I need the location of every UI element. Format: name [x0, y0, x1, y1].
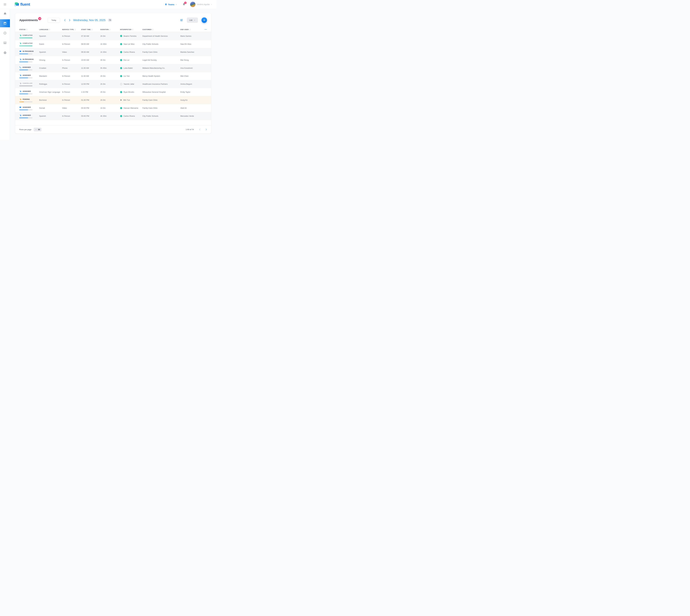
teams-selector[interactable]: Teams	[165, 3, 177, 6]
language-cell: Burmese	[39, 99, 62, 101]
rows-per-page-dropdown[interactable]: 50	[34, 128, 41, 131]
column-header-status[interactable]: STATUS	[19, 28, 39, 30]
sidebar-item-home[interactable]	[0, 9, 10, 18]
status-cell: COMPLETED	[19, 42, 39, 46]
column-header-service_type[interactable]: SERVICE TYPE	[62, 28, 81, 30]
language-cell: Somali	[39, 107, 62, 109]
menu-icon[interactable]	[0, 3, 10, 5]
start-time-cell: 08:00 AM	[81, 43, 100, 45]
duration-cell: 2h 0m	[100, 99, 120, 101]
status-label: ASSIGNED	[23, 74, 31, 76]
service-type-cell: Video	[62, 107, 81, 109]
interpreter-cell: Beatriz Ferreira	[120, 35, 142, 37]
column-label: STATUS	[19, 29, 25, 30]
status-label: PENDING	[23, 98, 30, 100]
teams-label: Teams	[168, 3, 174, 6]
sidebar-item-contacts[interactable]	[0, 39, 10, 47]
customer-cell: Milwaukee General Hospital	[142, 91, 180, 93]
table-row[interactable]: ASSIGNEDCroatianPhone11:30 AM0h 45mLuka …	[15, 64, 211, 72]
table-row[interactable]: COMPLETEDSpanishIn Person07:30 AM2h 0mBe…	[15, 32, 211, 40]
interpreter-cell: Min Tun	[120, 99, 142, 101]
service-type-cell: Phone	[62, 67, 81, 69]
language-cell: Rohingya	[39, 83, 62, 85]
table-row[interactable]: COMPLETEDKarenIn Person08:00 AM1h 30mSaw…	[15, 40, 211, 48]
table-row[interactable]: PENDINGBurmeseIn Person01:30 PM2h 0mMin …	[15, 96, 211, 104]
notifications-button[interactable]: 3	[183, 3, 186, 6]
view-mode-dropdown[interactable]: List	[187, 18, 198, 23]
next-page-button[interactable]	[206, 129, 207, 131]
column-header-duration[interactable]: DURATION	[100, 28, 120, 30]
table-row[interactable]: IN PROGRESSHmongIn Person10:00 AM3h 0mKi…	[15, 56, 211, 64]
table-row[interactable]: ASSIGNEDMandarinIn Person11:30 AM2h 0mLi…	[15, 72, 211, 80]
sidebar-item-settings[interactable]	[0, 49, 10, 57]
contact-badge-icon	[3, 41, 7, 45]
interpreter-name: Luka Babić	[124, 67, 133, 69]
table-row[interactable]: ASSIGNEDSpanishIn Person03:45 PM4h 30mCa…	[15, 112, 211, 120]
column-header-end_user[interactable]: END USER	[180, 28, 203, 30]
person-add-icon	[19, 90, 22, 92]
person-add-icon	[19, 42, 22, 44]
avatar[interactable]	[190, 2, 195, 7]
end-user-cell: Mariela Sanchez	[180, 51, 203, 53]
date-count-badge: 74	[108, 18, 112, 22]
rows-per-page: Rows per page 50	[19, 128, 42, 131]
previous-page-button[interactable]	[199, 129, 201, 131]
card-header-actions: List	[180, 17, 207, 23]
duration-cell: 1h 0m	[100, 107, 120, 109]
duration-cell: 4h 30m	[100, 115, 120, 117]
table-row[interactable]: ASSIGNEDAmerican Sign LanguageIn Person1…	[15, 88, 211, 96]
filters-button[interactable]	[180, 18, 183, 22]
today-button[interactable]: Today	[48, 18, 60, 23]
chevron-down-icon	[194, 19, 195, 21]
app-logo[interactable]: fluent	[14, 2, 30, 7]
table-row[interactable]: CANCELLEDRohingyaIn Person12:00 PM2h 0mY…	[15, 80, 211, 88]
column-header-start_time[interactable]: START TIME	[81, 28, 100, 30]
chevron-down-icon	[211, 4, 212, 5]
status-progress-bar	[19, 86, 33, 86]
start-time-cell: 03:45 PM	[81, 115, 100, 117]
sort-icon	[132, 28, 133, 30]
table-row[interactable]: ASSIGNEDSomaliVideo03:30 PM1h 0mHassan W…	[15, 104, 211, 112]
person-add-icon	[19, 34, 22, 37]
status-label: IN PROGRESS	[23, 59, 34, 60]
table-row[interactable]: IN PROGRESSSpanishVideo09:30 AM1h 30mCar…	[15, 48, 211, 56]
chevron-left-icon	[64, 19, 66, 21]
tune-icon	[180, 19, 183, 22]
columns-menu-button[interactable]	[204, 28, 211, 31]
column-header-language[interactable]: LANGUAGE	[39, 28, 62, 30]
chevron-right-icon	[69, 19, 70, 21]
chevron-right-icon	[206, 129, 207, 131]
chevron-left-icon	[199, 129, 201, 131]
status-cell: ASSIGNED	[19, 90, 39, 94]
sidebar-item-appointments[interactable]	[0, 19, 10, 27]
interpreter-cell: Luka Babić	[120, 67, 142, 69]
topbar-right: Teams 3 Andres Aguilar	[165, 2, 216, 7]
customer-cell: Midwest Manufacturing Co.	[142, 67, 180, 69]
status-cell: ASSIGNED	[19, 66, 39, 70]
previous-day-button[interactable]	[63, 18, 66, 22]
column-header-customer[interactable]: CUSTOMER	[142, 28, 180, 30]
interpreter-name: Yasmin Jafar	[124, 83, 134, 85]
logo-text: fluent	[20, 2, 30, 7]
status-label: COMPLETED	[23, 42, 33, 44]
sort-icon	[75, 28, 76, 30]
language-cell: Spanish	[39, 115, 62, 117]
add-appointment-button[interactable]	[202, 17, 207, 23]
language-cell: Karen	[39, 43, 62, 45]
duration-cell: 2h 0m	[100, 75, 120, 77]
interpreter-name: Saw Ler Moo	[124, 43, 134, 45]
user-menu[interactable]: Andres Aguilar	[197, 3, 212, 5]
language-cell: Croatian	[39, 67, 62, 69]
app-shell: Appointments 19 Today Wednesday, Nov 05,…	[0, 9, 216, 140]
customer-cell: Healthcare Insurance Partners	[142, 83, 180, 85]
current-date[interactable]: Wednesday, Nov 05, 2025	[73, 19, 105, 22]
sort-icon	[91, 28, 92, 30]
sidebar-item-interpreters[interactable]	[0, 29, 10, 37]
arrow-forward-icon	[120, 99, 122, 101]
interpreter-name: Carlos Rivera	[124, 115, 135, 117]
next-day-button[interactable]	[68, 18, 71, 22]
rows-per-page-value: 50	[38, 129, 40, 131]
column-header-interpreter[interactable]: INTERRPETER	[120, 28, 142, 30]
start-time-cell: 10:00 AM	[81, 59, 100, 61]
customer-cell: City Public Schools	[142, 43, 180, 45]
